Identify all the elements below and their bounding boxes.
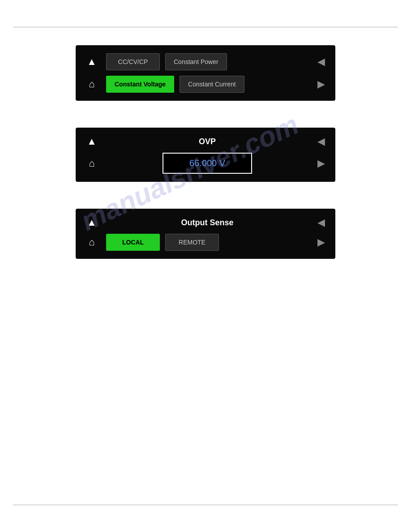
home-icon-1[interactable]: ⌂ <box>83 78 101 90</box>
top-divider <box>13 27 398 27</box>
bottom-divider <box>13 505 398 505</box>
left-arrow-icon-2[interactable]: ◀ <box>314 136 328 147</box>
ovp-title: OVP <box>106 137 308 146</box>
output-sense-title: Output Sense <box>106 218 308 227</box>
cccvcp-button[interactable]: CC/CV/CP <box>106 53 160 70</box>
constant-power-button[interactable]: Constant Power <box>165 53 227 70</box>
panel1-top-buttons: CC/CV/CP Constant Power <box>106 53 308 70</box>
constant-voltage-button[interactable]: Constant Voltage <box>106 76 174 93</box>
panel2-row1: ▲ OVP ◀ <box>83 136 328 147</box>
panel3-buttons: LOCAL REMOTE <box>106 234 308 251</box>
home-icon-2[interactable]: ⌂ <box>83 158 101 169</box>
panel3-row2: ⌂ LOCAL REMOTE ▶ <box>83 234 328 251</box>
local-button[interactable]: LOCAL <box>106 234 160 251</box>
up-arrow-icon-2[interactable]: ▲ <box>83 136 101 147</box>
panel3-row1: ▲ Output Sense ◀ <box>83 217 328 228</box>
panel2-row2: ⌂ 66.000 V ▶ <box>83 153 328 174</box>
left-arrow-icon-1[interactable]: ◀ <box>314 56 328 68</box>
home-icon-3[interactable]: ⌂ <box>83 236 101 248</box>
panel1-bottom-buttons: Constant Voltage Constant Current <box>106 76 308 93</box>
remote-button[interactable]: REMOTE <box>165 234 219 251</box>
right-arrow-icon-1[interactable]: ▶ <box>314 78 328 90</box>
panel-cccvcp: ▲ CC/CV/CP Constant Power ◀ ⌂ Constant V… <box>76 45 335 101</box>
right-arrow-icon-3[interactable]: ▶ <box>314 236 328 248</box>
up-arrow-icon-1[interactable]: ▲ <box>83 56 101 68</box>
panel-ovp: ▲ OVP ◀ ⌂ 66.000 V ▶ <box>76 128 335 182</box>
constant-current-button[interactable]: Constant Current <box>180 76 244 93</box>
ovp-value[interactable]: 66.000 V <box>163 153 252 174</box>
right-arrow-icon-2[interactable]: ▶ <box>314 158 328 169</box>
up-arrow-icon-3[interactable]: ▲ <box>83 217 101 228</box>
left-arrow-icon-3[interactable]: ◀ <box>314 217 328 228</box>
panel1-row1: ▲ CC/CV/CP Constant Power ◀ <box>83 53 328 70</box>
panel-output-sense: ▲ Output Sense ◀ ⌂ LOCAL REMOTE ▶ <box>76 209 335 259</box>
panel1-row2: ⌂ Constant Voltage Constant Current ▶ <box>83 76 328 93</box>
page-container: ▲ CC/CV/CP Constant Power ◀ ⌂ Constant V… <box>0 0 411 532</box>
